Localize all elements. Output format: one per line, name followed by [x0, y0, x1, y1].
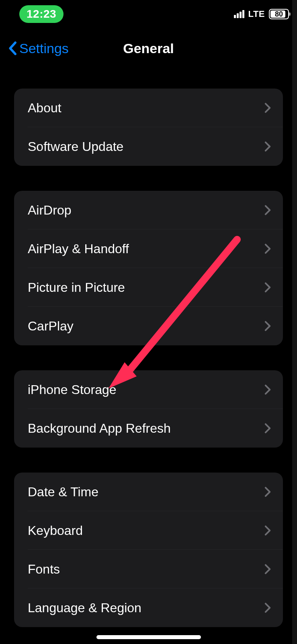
battery-percent: 80 [270, 10, 288, 19]
battery-icon: 80 [269, 9, 289, 19]
network-type-label: LTE [248, 9, 265, 19]
row-carplay[interactable]: CarPlay [14, 307, 283, 345]
row-label: AirDrop [28, 203, 71, 218]
row-label: About [28, 101, 61, 116]
row-label: CarPlay [28, 319, 74, 334]
home-indicator[interactable] [96, 635, 201, 639]
chevron-right-icon [264, 282, 271, 293]
row-software-update[interactable]: Software Update [14, 127, 283, 166]
status-right: LTE 80 [234, 9, 289, 19]
row-iphone-storage[interactable]: iPhone Storage [14, 370, 283, 409]
status-bar: 12:23 LTE 80 [0, 0, 297, 28]
chevron-right-icon [264, 321, 271, 331]
back-button[interactable]: Settings [0, 41, 69, 56]
settings-group: Date & TimeKeyboardFontsLanguage & Regio… [14, 473, 283, 627]
cellular-signal-icon [234, 10, 244, 18]
chevron-right-icon [264, 525, 271, 536]
status-time-pill[interactable]: 12:23 [19, 5, 63, 23]
row-label: Background App Refresh [28, 421, 171, 436]
row-date-time[interactable]: Date & Time [14, 473, 283, 511]
row-label: iPhone Storage [28, 382, 117, 397]
settings-group: AirDropAirPlay & HandoffPicture in Pictu… [14, 191, 283, 345]
chevron-right-icon [264, 141, 271, 152]
row-label: Fonts [28, 562, 60, 577]
row-label: Date & Time [28, 485, 98, 500]
row-label: Language & Region [28, 601, 141, 615]
chevron-right-icon [264, 244, 271, 254]
row-background-app-refresh[interactable]: Background App Refresh [14, 409, 283, 448]
chevron-right-icon [264, 384, 271, 395]
row-keyboard[interactable]: Keyboard [14, 511, 283, 550]
status-time: 12:23 [27, 8, 56, 20]
row-label: AirPlay & Handoff [28, 242, 129, 256]
navigation-bar: Settings General [0, 36, 297, 60]
row-about[interactable]: About [14, 89, 283, 127]
row-airdrop[interactable]: AirDrop [14, 191, 283, 229]
chevron-right-icon [264, 423, 271, 433]
chevron-right-icon [264, 487, 271, 497]
chevron-right-icon [264, 603, 271, 613]
chevron-right-icon [264, 103, 271, 113]
row-label: Picture in Picture [28, 280, 125, 295]
scroll-edge [292, 0, 297, 644]
chevron-right-icon [264, 564, 271, 574]
chevron-left-icon [8, 41, 17, 55]
row-label: Keyboard [28, 523, 83, 538]
settings-group: AboutSoftware Update [14, 89, 283, 166]
row-picture-in-picture[interactable]: Picture in Picture [14, 268, 283, 307]
row-fonts[interactable]: Fonts [14, 550, 283, 588]
row-airplay-handoff[interactable]: AirPlay & Handoff [14, 229, 283, 268]
chevron-right-icon [264, 205, 271, 215]
settings-group: iPhone StorageBackground App Refresh [14, 370, 283, 448]
row-label: Software Update [28, 139, 123, 154]
settings-list[interactable]: AboutSoftware UpdateAirDropAirPlay & Han… [14, 89, 283, 644]
row-language-region[interactable]: Language & Region [14, 588, 283, 627]
back-label: Settings [19, 41, 69, 56]
